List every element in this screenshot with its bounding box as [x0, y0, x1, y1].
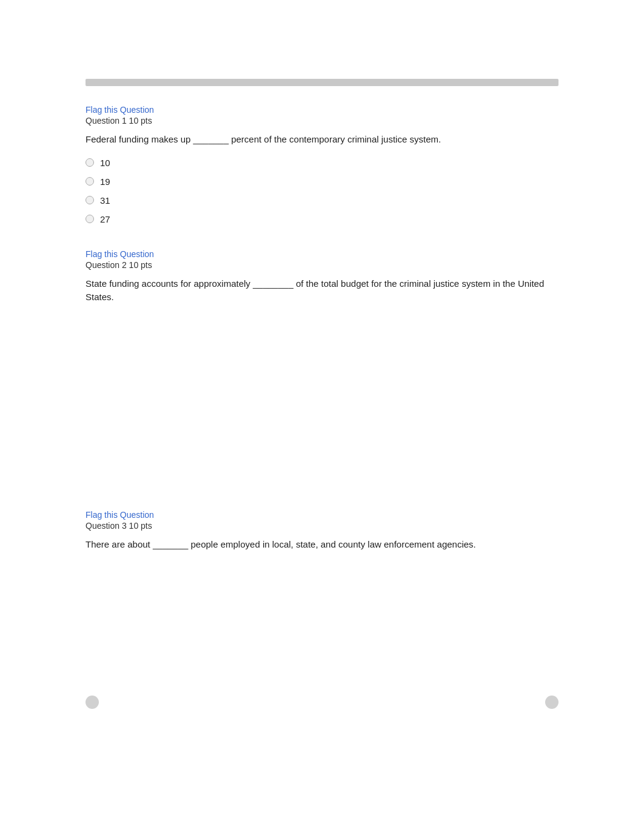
- radio-circle-27[interactable]: [86, 215, 94, 223]
- question-block-1: Flag this Question Question 1 10 pts Fed…: [86, 104, 558, 224]
- option-27[interactable]: 27: [86, 214, 558, 224]
- question-header-3: Question 3 10 pts: [86, 521, 558, 531]
- option-label-19: 19: [100, 176, 110, 187]
- nav-next-circle[interactable]: [545, 696, 558, 709]
- option-19[interactable]: 19: [86, 176, 558, 187]
- flag-question-2[interactable]: Flag this Question: [86, 249, 154, 259]
- option-label-31: 31: [100, 195, 110, 206]
- option-label-10: 10: [100, 158, 110, 168]
- nav-prev-circle[interactable]: [86, 696, 99, 709]
- radio-circle-19[interactable]: [86, 177, 94, 186]
- q2-options-area: [86, 315, 558, 485]
- radio-circle-31[interactable]: [86, 196, 94, 204]
- option-label-27: 27: [100, 214, 110, 224]
- question-header-2: Question 2 10 pts: [86, 260, 558, 270]
- radio-circle-10[interactable]: [86, 158, 94, 167]
- question-block-3: Flag this Question Question 3 10 pts The…: [86, 509, 558, 660]
- question-text-3: There are about _______ people employed …: [86, 538, 558, 552]
- question-block-2: Flag this Question Question 2 10 pts Sta…: [86, 249, 558, 485]
- option-10[interactable]: 10: [86, 158, 558, 168]
- content-area: Flag this Question Question 1 10 pts Fed…: [86, 86, 558, 659]
- flag-question-1[interactable]: Flag this Question: [86, 105, 154, 115]
- question-text-1: Federal funding makes up _______ percent…: [86, 133, 558, 147]
- option-31[interactable]: 31: [86, 195, 558, 206]
- bottom-bar: [86, 683, 558, 721]
- page-container: Flag this Question Question 1 10 pts Fed…: [0, 79, 644, 835]
- flag-question-3[interactable]: Flag this Question: [86, 510, 154, 520]
- question-header-1: Question 1 10 pts: [86, 116, 558, 126]
- top-bar: [86, 79, 558, 86]
- question-text-2: State funding accounts for approximately…: [86, 277, 558, 304]
- q3-options-area: [86, 562, 558, 659]
